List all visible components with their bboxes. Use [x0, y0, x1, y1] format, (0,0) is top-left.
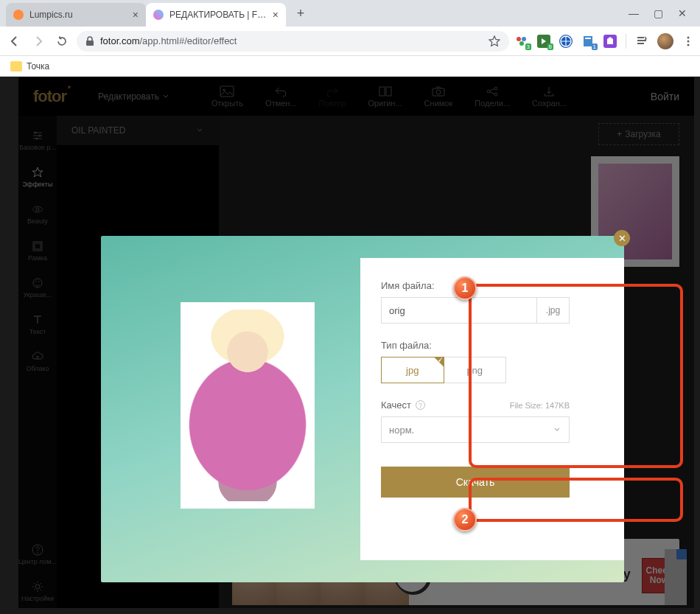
svg-point-8: [687, 40, 690, 42]
lock-icon: [85, 36, 94, 46]
filename-ext: .jpg: [537, 297, 570, 324]
filetype-jpg[interactable]: jpg: [381, 357, 444, 383]
separator: [626, 34, 626, 49]
svg-rect-6: [585, 38, 591, 39]
svg-point-9: [687, 43, 690, 46]
tab-title: РЕДАКТИРОВАТЬ | Fotor: [169, 10, 267, 20]
menu-icon[interactable]: [682, 35, 694, 47]
filesize-text: File Size: 147KB: [510, 401, 570, 410]
filetype-png[interactable]: png: [444, 357, 507, 383]
svg-rect-0: [86, 41, 94, 46]
bookmarks-bar: Точка: [0, 56, 700, 77]
ext-icon[interactable]: [559, 35, 573, 48]
modal-preview: [181, 302, 315, 509]
filename-input[interactable]: [381, 297, 537, 324]
new-tab-button[interactable]: +: [290, 3, 311, 24]
back-button[interactable]: [6, 32, 24, 50]
annotation-marker-1: 1: [453, 276, 477, 300]
svg-point-2: [522, 37, 526, 41]
ext-icon[interactable]: [603, 35, 617, 48]
filename-label: Имя файла:: [381, 280, 603, 291]
favicon-icon: [13, 10, 24, 20]
filetype-label: Тип файла:: [381, 340, 603, 351]
reading-list-icon[interactable]: [635, 35, 648, 48]
svg-point-1: [517, 37, 521, 41]
close-icon[interactable]: ×: [133, 9, 139, 21]
download-button[interactable]: Скачать: [381, 467, 570, 498]
minimize-button[interactable]: ―: [629, 7, 639, 19]
quality-select[interactable]: норм.: [381, 416, 570, 443]
tab-strip: Lumpics.ru × РЕДАКТИРОВАТЬ | Fotor × + ―…: [0, 0, 700, 27]
reload-button[interactable]: [53, 32, 71, 50]
ext-icon[interactable]: 8: [537, 35, 550, 48]
tab-lumpics[interactable]: Lumpics.ru ×: [6, 3, 146, 27]
close-icon[interactable]: ×: [273, 9, 279, 21]
avatar-icon[interactable]: [657, 33, 673, 49]
svg-point-3: [519, 41, 524, 46]
tab-title: Lumpics.ru: [29, 10, 127, 20]
forward-button[interactable]: [29, 32, 47, 50]
close-window-button[interactable]: ✕: [678, 7, 687, 19]
modal-close-button[interactable]: ✕: [614, 230, 630, 246]
download-form: Имя файла: .jpg Тип файла: jpg png Качес…: [360, 258, 624, 560]
tab-fotor[interactable]: РЕДАКТИРОВАТЬ | Fotor ×: [146, 3, 286, 27]
download-modal: ✕ Имя файла: .jpg Тип файла: jpg png Кач…: [101, 236, 624, 582]
extensions-area: 3 8 1: [515, 33, 694, 49]
maximize-button[interactable]: ▢: [654, 7, 663, 19]
help-icon[interactable]: ?: [416, 400, 425, 410]
star-icon[interactable]: [489, 35, 500, 47]
svg-point-7: [687, 36, 690, 38]
bookmark-item[interactable]: Точка: [27, 61, 49, 71]
annotation-marker-2: 2: [453, 508, 477, 531]
ext-icon[interactable]: 1: [581, 35, 595, 48]
quality-label: Качест: [381, 400, 411, 411]
ext-icon[interactable]: 3: [515, 35, 528, 48]
chevron-down-icon: [553, 425, 561, 434]
url-text: fotor.com/app.html#/editor/effect: [100, 35, 237, 46]
address-bar[interactable]: fotor.com/app.html#/editor/effect: [77, 31, 509, 52]
folder-icon: [10, 61, 22, 71]
favicon-icon: [153, 10, 164, 20]
